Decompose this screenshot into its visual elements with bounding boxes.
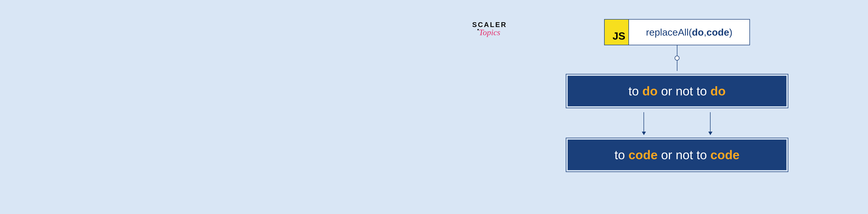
func-arg2: code	[707, 27, 729, 38]
input-text-part: to	[628, 84, 642, 98]
transform-arrows	[566, 110, 788, 135]
output-string-box: to code or not to code	[568, 140, 786, 170]
logo-sub-text: Topics	[479, 28, 500, 37]
replaceall-diagram: JS replaceAll(do , code) to do or not to…	[566, 19, 788, 170]
function-signature: replaceAll(do , code)	[629, 20, 749, 45]
paren-open: (	[689, 27, 692, 38]
paren-close: )	[729, 27, 733, 38]
arrow-down-icon	[644, 112, 644, 135]
arrow-down-icon	[710, 112, 711, 135]
output-highlight-1: code	[628, 148, 658, 162]
input-string-box: to do or not to do	[568, 76, 786, 106]
func-sep: ,	[704, 27, 707, 38]
connector-line	[677, 61, 677, 71]
js-icon: JS	[604, 20, 629, 45]
scaler-logo: SCALER Topics	[472, 21, 507, 37]
output-text-part: to	[615, 148, 628, 162]
input-highlight-2: do	[710, 84, 726, 98]
output-text-mid: or not to	[658, 148, 710, 162]
connector-line	[677, 45, 677, 56]
input-highlight-1: do	[642, 84, 658, 98]
input-text-mid: or not to	[658, 84, 710, 98]
connector-node-icon	[675, 56, 679, 61]
func-arg1: do	[692, 27, 704, 38]
function-call-box: JS replaceAll(do , code)	[604, 19, 750, 45]
func-name: replaceAll	[646, 27, 689, 38]
output-highlight-2: code	[710, 148, 740, 162]
